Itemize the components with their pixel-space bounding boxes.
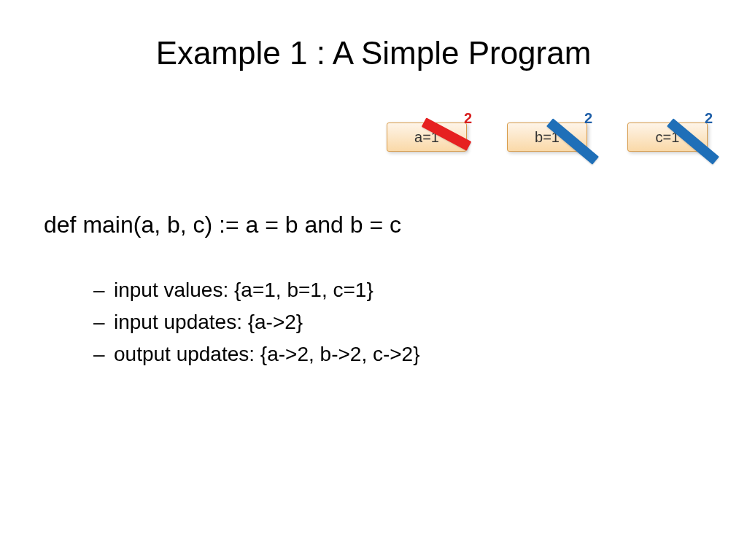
code-definition: def main(a, b, c) := a = b and b = c [44, 211, 703, 238]
var-b-new-value: 2 [584, 110, 592, 127]
var-a-new-value: 2 [464, 110, 472, 127]
bullet-output-updates: output updates: {a->2, b->2, c->2} [93, 343, 703, 366]
slide-title: Example 1 : A Simple Program [0, 0, 747, 71]
bullet-input-values: input values: {a=1, b=1, c=1} [93, 279, 703, 302]
var-box-a: a=1 2 [387, 122, 467, 152]
var-box-c: c=1 2 [627, 122, 708, 152]
variable-boxes-row: a=1 2 b=1 2 c=1 2 [387, 122, 708, 152]
bullet-input-updates: input updates: {a->2} [93, 311, 703, 334]
var-c-new-value: 2 [705, 110, 713, 127]
var-box-b: b=1 2 [507, 122, 587, 152]
bullet-list: input values: {a=1, b=1, c=1} input upda… [93, 279, 703, 366]
slide-content: def main(a, b, c) := a = b and b = c inp… [44, 211, 703, 375]
